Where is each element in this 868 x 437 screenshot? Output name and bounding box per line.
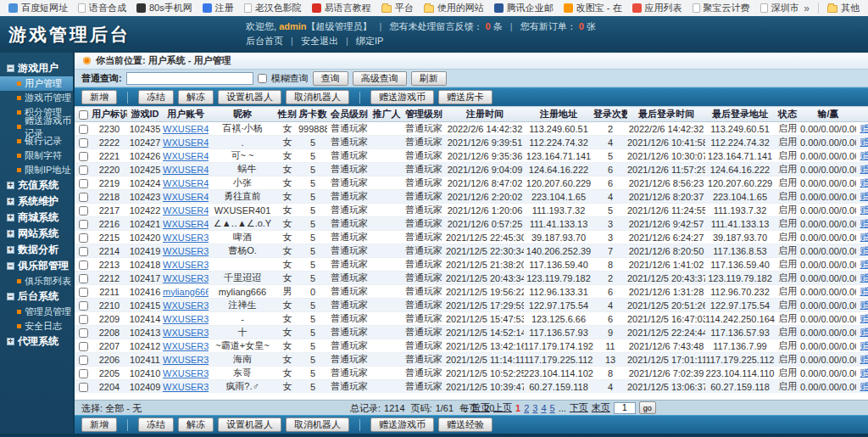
account-link[interactable]: WXUSER405 <box>163 151 209 161</box>
bookmark-item[interactable]: 深圳市零售 <box>755 0 799 16</box>
account-link[interactable]: WXUSER389 <box>163 382 209 392</box>
page-link-3[interactable]: 3 <box>532 403 537 413</box>
sidebar-item-限制字符[interactable]: 限制字符 <box>0 148 73 163</box>
search-input[interactable] <box>126 72 253 85</box>
page-go-button[interactable]: go <box>639 401 656 414</box>
account-link[interactable]: WXUSER397 <box>163 260 209 270</box>
row-checkbox[interactable] <box>79 315 88 324</box>
bookmark-item[interactable]: 使用的网站 <box>419 0 489 16</box>
bookmark-item[interactable]: 聚宝云计费 <box>687 0 755 16</box>
account-link[interactable]: WXUSER398 <box>163 246 209 256</box>
prev-page-link[interactable]: 上页 <box>493 401 512 414</box>
toolbar-button-赠送游戏币[interactable]: 赠送游戏币 <box>370 417 434 432</box>
account-link[interactable]: WXUSER396 <box>163 273 209 283</box>
manage-link[interactable]: 赠送游戏币 <box>860 164 868 174</box>
manage-link[interactable]: 赠送游戏币 <box>860 327 868 337</box>
collapse-icon[interactable]: − <box>7 262 14 270</box>
account-link[interactable]: WXUSER392 <box>163 341 209 351</box>
manage-link[interactable]: 赠送游戏币 <box>860 381 868 391</box>
manage-link[interactable]: 赠送游戏币 <box>860 259 868 269</box>
toolbar-button-赠送游戏币[interactable]: 赠送游戏币 <box>370 90 434 104</box>
row-checkbox[interactable] <box>79 125 88 134</box>
manage-link[interactable]: 赠送游戏币 <box>860 177 868 188</box>
sidebar-item-限制IP地址[interactable]: 限制IP地址 <box>0 163 73 177</box>
row-checkbox[interactable] <box>79 138 88 148</box>
logout-link[interactable]: 安全退出 <box>301 36 338 46</box>
home-link[interactable]: 后台首页 <box>246 36 283 46</box>
collapse-icon[interactable]: − <box>7 64 14 72</box>
manage-link[interactable]: 赠送游戏币 <box>860 367 868 378</box>
account-link[interactable]: WXUSER404 <box>163 165 209 175</box>
toolbar-button-设置机器人[interactable]: 设置机器人 <box>218 90 281 104</box>
bookmark-item[interactable]: 80s手机网 <box>131 0 198 16</box>
manage-link[interactable]: 赠送游戏币 <box>860 218 868 228</box>
toolbar-button-冻结[interactable]: 冻结 <box>138 417 174 432</box>
toolbar-button-新增[interactable]: 新增 <box>81 417 117 432</box>
expand-icon[interactable]: + <box>7 182 14 189</box>
bookmark-other-folder[interactable]: 其他 <box>822 0 865 16</box>
row-checkbox[interactable] <box>79 206 88 216</box>
row-checkbox[interactable] <box>79 274 88 283</box>
expand-icon[interactable]: + <box>7 198 14 205</box>
sidebar-group-系统维护[interactable]: +系统维护 <box>0 193 73 210</box>
expand-icon[interactable]: + <box>7 214 14 221</box>
row-checkbox[interactable] <box>79 247 88 256</box>
row-checkbox[interactable] <box>79 383 88 392</box>
expand-icon[interactable]: + <box>7 246 14 254</box>
account-link[interactable]: WXUSER403 <box>163 178 209 188</box>
toolbar-button-取消机器人[interactable]: 取消机器人 <box>286 417 349 432</box>
row-checkbox[interactable] <box>79 301 88 311</box>
sidebar-group-数据分析[interactable]: +数据分析 <box>0 242 73 258</box>
bookmark-item[interactable]: 腾讯企业邮 <box>489 0 559 16</box>
last-page-link[interactable]: 末页 <box>592 401 610 414</box>
sidebar-item-安全日志[interactable]: 安全日志 <box>0 319 73 333</box>
row-checkbox[interactable] <box>79 369 88 378</box>
account-link[interactable]: WXUSER399 <box>163 233 209 243</box>
bookmark-item[interactable]: 老汉色影院 <box>239 0 307 16</box>
toolbar-button-设置机器人[interactable]: 设置机器人 <box>218 417 281 432</box>
expand-icon[interactable]: + <box>7 338 14 345</box>
bookmark-item[interactable]: 应用列表 <box>627 0 687 16</box>
manage-link[interactable]: 赠送游戏币 <box>860 340 868 350</box>
page-link-5[interactable]: 5 <box>550 403 555 413</box>
row-checkbox[interactable] <box>79 220 88 229</box>
sidebar-item-管理员管理[interactable]: 管理员管理 <box>0 305 73 319</box>
manage-link[interactable]: 赠送游戏币 <box>860 191 868 201</box>
sidebar-item-俱乐部列表[interactable]: 俱乐部列表 <box>0 274 73 289</box>
row-checkbox[interactable] <box>79 193 88 202</box>
select-all-link[interactable]: 全部 <box>105 403 124 413</box>
row-checkbox[interactable] <box>79 356 88 365</box>
sidebar-group-商城系统[interactable]: +商城系统 <box>0 210 73 226</box>
manage-link[interactable]: 赠送游戏币 <box>860 123 868 133</box>
page-link-2[interactable]: 2 <box>524 403 529 413</box>
manage-link[interactable]: 赠送游戏币 <box>860 272 868 283</box>
account-link[interactable]: WXUSER393 <box>163 328 209 338</box>
sidebar-group-游戏用户[interactable]: −游戏用户 <box>0 60 73 76</box>
manage-link[interactable]: 赠送游戏币 <box>860 204 868 215</box>
first-page-link[interactable]: 首页 <box>471 401 490 414</box>
sidebar-item-用户管理[interactable]: 用户管理 <box>0 76 73 91</box>
account-link[interactable]: WXUSER406 <box>163 137 209 148</box>
toolbar-button-赠送房卡[interactable]: 赠送房卡 <box>438 90 492 104</box>
select-all-checkbox[interactable] <box>79 110 88 120</box>
manage-link[interactable]: 赠送游戏币 <box>860 354 868 364</box>
bind-ip-link[interactable]: 绑定IP <box>356 36 383 46</box>
row-checkbox[interactable] <box>79 233 88 243</box>
account-link[interactable]: WXUSER394 <box>163 314 209 324</box>
manage-link[interactable]: 赠送游戏币 <box>860 313 868 323</box>
toolbar-button-新增[interactable]: 新增 <box>81 90 117 104</box>
manage-link[interactable]: 赠送游戏币 <box>860 245 868 255</box>
account-link[interactable]: WXUSER402 <box>163 192 209 202</box>
sidebar-item-游戏币管理[interactable]: 游戏币管理 <box>0 91 73 105</box>
advanced-search-button[interactable]: 高级查询 <box>353 71 407 86</box>
toolbar-button-冻结[interactable]: 冻结 <box>138 90 174 104</box>
refresh-button[interactable]: 刷新 <box>411 71 447 86</box>
collapse-icon[interactable]: − <box>7 293 14 300</box>
row-checkbox[interactable] <box>79 288 88 297</box>
row-checkbox[interactable] <box>79 261 88 270</box>
toolbar-button-解冻[interactable]: 解冻 <box>178 90 214 104</box>
account-link[interactable]: WXUSER391 <box>163 355 209 365</box>
bookmark-item[interactable]: 语音合成 <box>73 0 131 16</box>
next-page-link[interactable]: 下页 <box>570 401 588 414</box>
page-link-4[interactable]: 4 <box>541 403 546 413</box>
